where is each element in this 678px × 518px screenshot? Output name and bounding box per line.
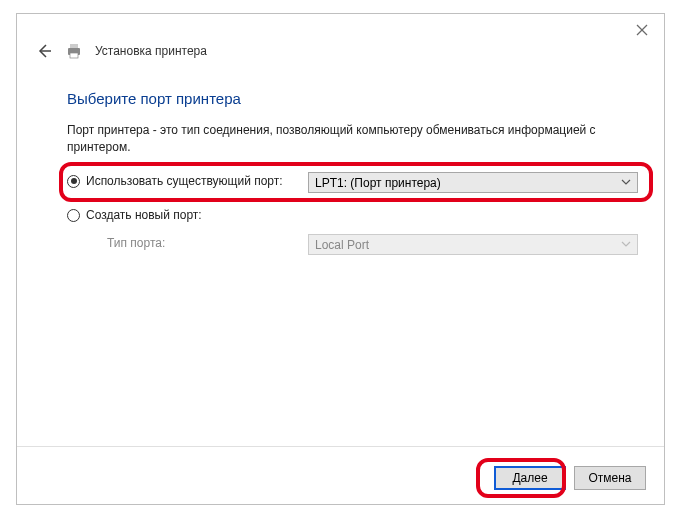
window-title: Установка принтера	[95, 44, 207, 58]
port-type-label: Тип порта:	[107, 236, 287, 250]
chevron-down-icon	[621, 176, 631, 190]
printer-icon	[65, 42, 83, 60]
radio-use-existing-label: Использовать существующий порт:	[86, 174, 283, 188]
option-create-new-port[interactable]: Создать новый порт:	[67, 208, 202, 222]
separator	[17, 446, 664, 447]
close-icon	[636, 24, 648, 36]
arrow-left-icon	[35, 42, 53, 60]
radio-create-new[interactable]	[67, 209, 80, 222]
back-button[interactable]	[35, 42, 53, 60]
page-heading: Выберите порт принтера	[67, 90, 241, 107]
chevron-down-icon	[621, 238, 631, 252]
cancel-button[interactable]: Отмена	[574, 466, 646, 490]
option-use-existing-port[interactable]: Использовать существующий порт:	[67, 174, 283, 188]
next-button[interactable]: Далее	[494, 466, 566, 490]
button-row: Далее Отмена	[494, 466, 646, 490]
wizard-window: Установка принтера Выберите порт принтер…	[16, 13, 665, 505]
port-type-value: Local Port	[315, 238, 369, 252]
radio-create-new-label: Создать новый порт:	[86, 208, 202, 222]
page-description: Порт принтера - это тип соединения, позв…	[67, 122, 614, 156]
port-type-dropdown: Local Port	[308, 234, 638, 255]
radio-use-existing[interactable]	[67, 175, 80, 188]
header: Установка принтера	[35, 42, 207, 60]
close-button[interactable]	[636, 22, 652, 38]
existing-port-dropdown[interactable]: LPT1: (Порт принтера)	[308, 172, 638, 193]
port-type-row: Тип порта:	[107, 236, 287, 250]
existing-port-value: LPT1: (Порт принтера)	[315, 176, 441, 190]
svg-rect-4	[70, 44, 78, 48]
svg-rect-5	[70, 53, 78, 58]
